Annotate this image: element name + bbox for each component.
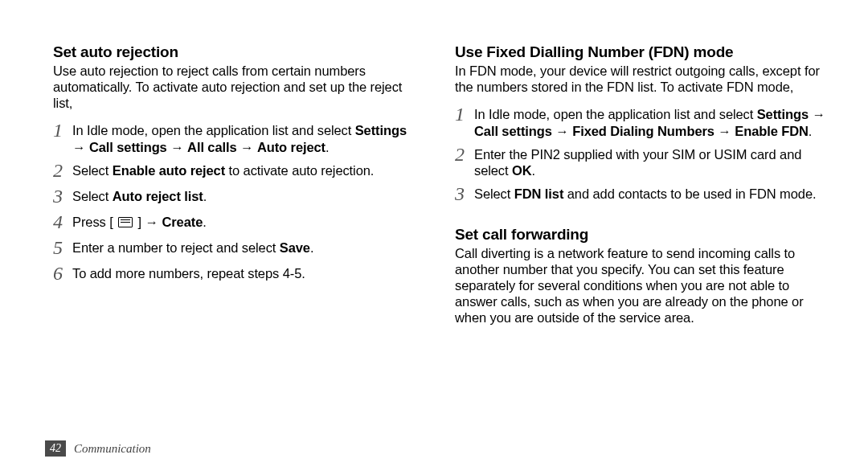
step-item: 6To add more numbers, repeat steps 4-5. [53,265,423,285]
intro-call-forwarding: Call diverting is a network feature to s… [455,245,833,326]
step-text: In Idle mode, open the application list … [474,106,833,139]
step-item: 1In Idle mode, open the application list… [455,106,833,139]
step-number: 3 [53,186,72,206]
step-item: 1In Idle mode, open the application list… [53,122,423,155]
steps-fdn-mode: 1In Idle mode, open the application list… [455,106,833,205]
left-column: Set auto rejection Use auto rejection to… [53,43,423,337]
step-number: 2 [455,145,474,164]
steps-set-auto-rejection: 1In Idle mode, open the application list… [53,122,423,284]
intro-fdn-mode: In FDN mode, your device will restrict o… [455,63,833,95]
page-footer: 42 Communication [45,440,151,457]
step-text: Select FDN list and add contacts to be u… [474,186,816,203]
step-item: 2Select Enable auto reject to activate a… [53,162,423,182]
step-item: 3Select Auto reject list. [53,188,423,207]
menu-icon [118,217,133,227]
intro-set-auto-rejection: Use auto rejection to reject calls from … [53,63,423,111]
step-text: Select Auto reject list. [72,188,207,205]
step-item: 3Select FDN list and add contacts to be … [455,186,833,205]
step-text: To add more numbers, repeat steps 4-5. [72,265,305,282]
section-label: Communication [74,442,151,456]
step-number: 1 [53,121,72,140]
step-number: 5 [53,238,72,257]
step-text: Press [ ] → Create. [72,214,207,231]
step-text: In Idle mode, open the application list … [72,122,423,155]
step-number: 1 [455,104,474,124]
heading-fdn-mode: Use Fixed Dialling Number (FDN) mode [455,43,833,61]
step-number: 6 [53,264,72,283]
right-column: Use Fixed Dialling Number (FDN) mode In … [455,43,833,337]
page-number: 42 [45,440,66,457]
heading-call-forwarding: Set call forwarding [455,226,833,244]
step-text: Enter the PIN2 supplied with your SIM or… [474,146,833,179]
step-item: 2Enter the PIN2 supplied with your SIM o… [455,146,833,179]
step-number: 2 [53,161,72,180]
manual-page: Set auto rejection Use auto rejection to… [0,0,868,337]
step-item: 4Press [ ] → Create. [53,214,423,233]
step-number: 4 [53,212,72,231]
step-text: Enter a number to reject and select Save… [72,240,313,256]
heading-set-auto-rejection: Set auto rejection [53,43,423,61]
step-number: 3 [455,184,474,203]
step-item: 5Enter a number to reject and select Sav… [53,240,423,259]
step-text: Select Enable auto reject to activate au… [72,162,374,179]
